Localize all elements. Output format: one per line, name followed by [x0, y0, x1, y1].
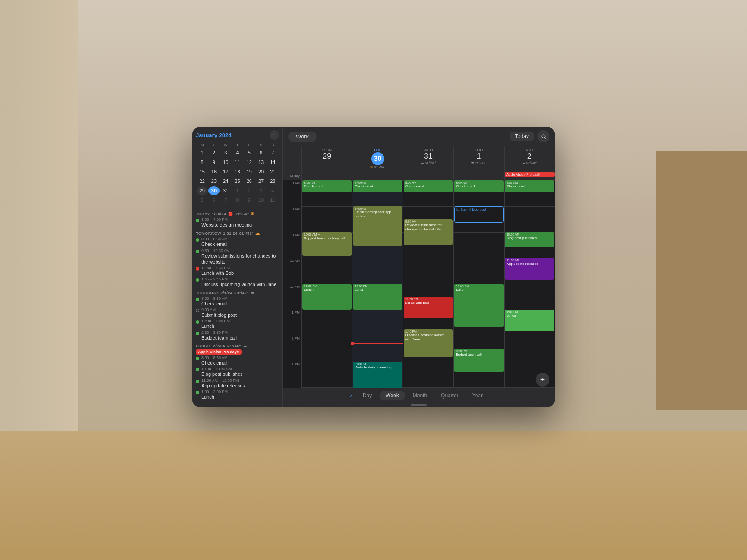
mini-cal-day[interactable]: 27: [255, 177, 266, 186]
agenda-item[interactable]: 11:00 AM – 12:00 PM App update releases: [196, 378, 279, 389]
event-check-email-mon[interactable]: 8:00 AM Check email: [302, 180, 352, 192]
mini-cal-day[interactable]: 23: [208, 177, 219, 186]
mini-cal-day[interactable]: 13: [255, 158, 266, 167]
mini-cal-day[interactable]: 5: [197, 196, 207, 204]
mini-cal-day[interactable]: 4: [232, 148, 243, 157]
event-lunch-thu[interactable]: 12:00 PM Lunch: [454, 284, 503, 327]
event-check-email-tue[interactable]: 8:00 AM Check email: [353, 180, 402, 192]
mini-cal-day[interactable]: 26: [244, 177, 254, 186]
event-lunch-bob-wed[interactable]: 12:30 PM Lunch with Bob: [404, 297, 453, 318]
mini-cal-day[interactable]: 3: [220, 148, 231, 157]
agenda-item[interactable]: 8:00 – 8:30 AM Check email: [196, 355, 279, 366]
mini-cal-day[interactable]: 11: [232, 158, 243, 167]
agenda-item[interactable]: 9:30 – 10:30 AM Review submissions for c…: [196, 248, 279, 266]
day-columns: 8:00 AM Check email 10:00 AM ✏ Support t…: [302, 180, 555, 388]
mini-cal-day[interactable]: 24: [220, 177, 231, 186]
agenda-item[interactable]: 12:00 – 1:00 PM Lunch: [196, 318, 279, 330]
mini-cal-day-today[interactable]: 30: [208, 186, 219, 195]
agenda-item[interactable]: 2:30 – 3:30 PM Budget team call: [196, 330, 279, 341]
event-website-design-meeting-tue[interactable]: 3:00 PM Website design meeting: [353, 362, 402, 388]
mini-cal-day[interactable]: 8: [197, 158, 207, 167]
mini-cal-day[interactable]: 22: [197, 177, 207, 186]
mini-cal-day[interactable]: 15: [197, 167, 207, 176]
event-support-team-mon[interactable]: 10:00 AM ✏ Support team catch up call: [302, 232, 352, 256]
tab-month[interactable]: Month: [407, 391, 433, 400]
agenda-item[interactable]: 12:30 – 1:30 PM Lunch with Bob: [196, 265, 279, 277]
tab-day[interactable]: Day: [357, 391, 378, 400]
event-lunch-tue[interactable]: 12:00 PM Lunch: [353, 284, 402, 310]
agenda-item[interactable]: 8:00 – 8:30 AM Check email: [196, 296, 279, 307]
mini-cal-day[interactable]: 25: [232, 177, 243, 186]
search-button[interactable]: [537, 130, 549, 142]
agenda-item[interactable]: 1:00 – 2:00 PM Lunch: [196, 389, 279, 400]
mini-cal-day[interactable]: 10: [220, 158, 231, 167]
mini-cal-day[interactable]: 2: [244, 186, 254, 195]
mini-cal-day[interactable]: 5: [244, 148, 254, 157]
agenda-item[interactable]: 9:00 AM Submit blog post: [196, 307, 279, 318]
agenda-today-header: TODAY 1/30/24 🔴 61°/56° ☀: [196, 211, 279, 216]
mini-cal-day[interactable]: 7: [220, 196, 231, 204]
allday-event-vision-pro[interactable]: Apple Vision Pro day!!: [505, 172, 555, 177]
calendar-filter-pill[interactable]: Work: [288, 132, 317, 142]
mini-cal-day[interactable]: 6: [255, 148, 266, 157]
event-dot: [196, 368, 199, 371]
week-day-headers: MON 29 TUE 30 ☀ 61°/56° WED 31 ☁61°/51°: [283, 146, 555, 171]
week-day-col-fri[interactable]: FRI 2 ☁57°/46°: [505, 146, 555, 171]
week-day-col-wed[interactable]: WED 31 ☁61°/51°: [403, 146, 454, 171]
mini-cal-day[interactable]: 28: [267, 177, 278, 186]
event-review-submissions-wed[interactable]: 9:30 AM Review submissions for changes t…: [404, 219, 453, 245]
tab-quarter[interactable]: Quarter: [435, 391, 465, 400]
mini-cal-day[interactable]: 9: [208, 158, 219, 167]
mini-cal-day[interactable]: 19: [244, 167, 254, 176]
scroll-indicator: [283, 403, 555, 407]
event-budget-team-thu[interactable]: 2:30 PM Budget team call: [454, 349, 503, 372]
mini-cal-more-btn[interactable]: ···: [270, 130, 279, 140]
event-check-email-thu[interactable]: 8:00 AM Check email: [454, 180, 503, 192]
mini-cal-day[interactable]: 11: [267, 196, 278, 204]
agenda-item[interactable]: 3:00 – 4:00 PM Website design meeting: [196, 217, 279, 228]
mini-cal-day[interactable]: 6: [208, 196, 219, 204]
mini-cal-day[interactable]: 14: [267, 158, 278, 167]
mini-cal-day[interactable]: 16: [208, 167, 219, 176]
agenda-item[interactable]: 10:00 – 10:30 AM Blog post publishes: [196, 366, 279, 378]
allday-cell-fri: Apple Vision Pro day!!: [505, 171, 555, 180]
mini-cal-day[interactable]: 1: [232, 186, 243, 195]
event-lunch-fri[interactable]: 1:00 PM Lunch: [505, 310, 554, 331]
today-button[interactable]: Today: [510, 132, 534, 141]
mini-cal-day[interactable]: 9: [244, 196, 254, 204]
event-check-email-fri[interactable]: 8:00 AM Check email: [505, 180, 554, 192]
week-day-col-tue[interactable]: TUE 30 ☀ 61°/56°: [352, 146, 403, 171]
agenda-item[interactable]: 1:45 – 2:45 PM Discuss upcoming launch w…: [196, 277, 279, 288]
week-day-col-thu[interactable]: THU 1 🌧59°/47°: [454, 146, 504, 171]
week-day-col-mon[interactable]: MON 29: [302, 146, 352, 171]
event-submit-blog-thu[interactable]: ☐ Submit blog post: [454, 206, 503, 223]
allday-cell-wed: [403, 171, 454, 180]
mini-cal-day[interactable]: 20: [255, 167, 266, 176]
event-lunch-mon[interactable]: 12:00 PM Lunch: [302, 284, 352, 310]
mini-cal-day[interactable]: 10: [255, 196, 266, 204]
mini-cal-day[interactable]: 17: [220, 167, 231, 176]
tab-year[interactable]: Year: [466, 391, 489, 400]
mini-cal-day[interactable]: 18: [232, 167, 243, 176]
event-finalize-designs-tue[interactable]: 9:00 AM Finalize designs for app update: [353, 206, 402, 246]
add-event-button[interactable]: +: [536, 373, 549, 387]
event-discuss-launch-wed[interactable]: 1:45 PM Discuss upcoming launch with Jan…: [404, 329, 453, 357]
mini-cal-day[interactable]: 21: [267, 167, 278, 176]
agenda-item[interactable]: 8:00 – 8:30 AM Check email: [196, 236, 279, 248]
mini-cal-day[interactable]: 12: [244, 158, 254, 167]
agenda-tomorrow-header: TOMORROW 1/31/24 61°/51° ☁: [196, 231, 279, 236]
event-dot: [196, 298, 199, 301]
tab-week[interactable]: Week: [380, 391, 405, 400]
mini-cal-day[interactable]: 8: [232, 196, 243, 204]
mini-cal-day[interactable]: 1: [197, 148, 207, 157]
mini-cal-day[interactable]: 31: [220, 186, 231, 195]
mini-cal-day[interactable]: 2: [208, 148, 219, 157]
allday-row: all-day Apple Vision Pro day!!: [283, 171, 555, 180]
mini-cal-day[interactable]: 3: [255, 186, 266, 195]
mini-cal-day[interactable]: 4: [267, 186, 278, 195]
event-check-email-wed[interactable]: 8:00 AM Check email: [404, 180, 453, 192]
event-app-releases-fri[interactable]: 11:00 AM App update releases: [505, 258, 554, 280]
mini-cal-day[interactable]: 7: [267, 148, 278, 157]
mini-cal-day-selected[interactable]: 29: [197, 186, 207, 195]
event-blog-publishes-fri[interactable]: 10:00 AM Blog post publishes: [505, 232, 554, 247]
